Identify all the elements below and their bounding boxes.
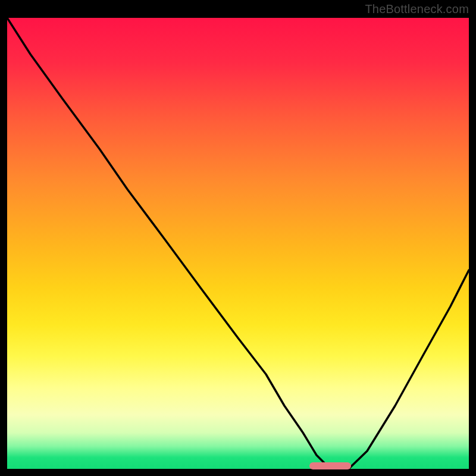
bottleneck-curve (7, 18, 469, 469)
chart-frame: TheBottleneck.com (0, 0, 476, 476)
optimal-range-marker (309, 462, 351, 469)
curve-layer (7, 18, 469, 469)
plot-area (7, 18, 469, 469)
attribution-label: TheBottleneck.com (365, 2, 469, 16)
